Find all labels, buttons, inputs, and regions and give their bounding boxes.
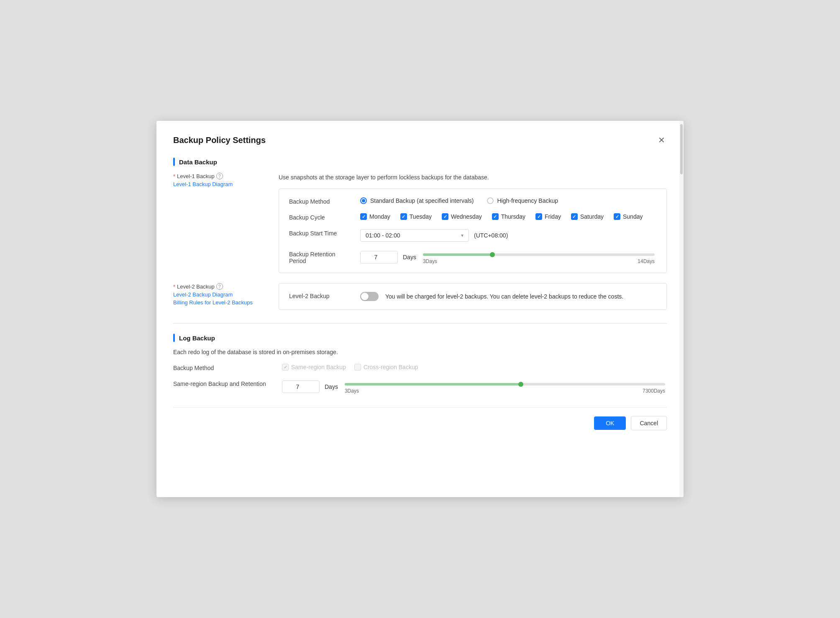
level2-backup-layout: * Level-2 Backup ? Level-2 Backup Diagra… xyxy=(173,283,667,310)
retention-period-control: Days 3Days 14Days xyxy=(360,250,656,264)
monday-label: Monday xyxy=(369,213,390,220)
level2-toggle-desc: You will be charged for level-2 backups.… xyxy=(385,293,656,300)
log-retention-number-input[interactable] xyxy=(282,381,320,393)
friday-label: Friday xyxy=(545,213,561,220)
log-retention-slider-labels: 3Days 7300Days xyxy=(345,388,665,394)
log-retention-control: Days 3Days 7300Days xyxy=(282,380,667,394)
retention-slider-thumb[interactable] xyxy=(490,252,495,257)
ok-button[interactable]: OK xyxy=(594,416,626,430)
high-freq-backup-radio[interactable] xyxy=(487,197,494,204)
same-region-checkbox xyxy=(282,364,289,370)
high-freq-backup-option[interactable]: High-frequency Backup xyxy=(487,197,558,204)
wednesday-checkbox[interactable] xyxy=(442,213,448,220)
standard-backup-option[interactable]: Standard Backup (at specified intervals) xyxy=(360,197,474,204)
backup-start-time-control: 01:00 - 02:00 ▾ (UTC+08:00) xyxy=(360,229,656,242)
cross-region-label: Cross-region Backup xyxy=(364,364,418,370)
level2-toggle-control: You will be charged for level-2 backups.… xyxy=(360,292,656,301)
log-retention-slider-max: 7300Days xyxy=(643,388,665,394)
tuesday-checkbox[interactable] xyxy=(400,213,407,220)
level2-toggle-switch[interactable] xyxy=(360,292,379,301)
same-region-label: Same-region Backup xyxy=(291,364,346,370)
retention-slider-labels: 3Days 14Days xyxy=(423,258,655,264)
high-freq-backup-label: High-frequency Backup xyxy=(497,197,558,204)
data-backup-settings-box: Backup Method Standard Backup (at specif… xyxy=(279,189,667,273)
scrollbar[interactable] xyxy=(679,121,684,497)
level2-diagram-link[interactable]: Level-2 Backup Diagram xyxy=(173,291,265,298)
backup-cycle-label: Backup Cycle xyxy=(289,213,360,221)
checkbox-sunday[interactable]: Sunday xyxy=(614,213,643,220)
section-divider xyxy=(173,323,667,324)
log-retention-slider-thumb[interactable] xyxy=(518,382,523,387)
dialog-title: Backup Policy Settings xyxy=(173,135,266,145)
backup-start-time-row: Backup Start Time 01:00 - 02:00 ▾ (UTC+0… xyxy=(289,229,656,242)
data-backup-title: Data Backup xyxy=(179,158,217,166)
backup-start-time-label: Backup Start Time xyxy=(289,229,360,237)
level2-label-row: * Level-2 Backup ? xyxy=(173,283,265,290)
log-backup-method-control: Same-region Backup Cross-region Backup xyxy=(282,364,667,370)
same-region-checkbox-group: Same-region Backup xyxy=(282,364,346,370)
level2-backup-content: Level-2 Backup You will be charged for l… xyxy=(279,283,667,310)
retention-slider-max: 14Days xyxy=(638,258,655,264)
log-retention-slider-track[interactable] xyxy=(345,383,665,386)
retention-slider-fill xyxy=(423,253,492,256)
close-button[interactable]: ✕ xyxy=(656,134,667,146)
checkbox-friday[interactable]: Friday xyxy=(535,213,561,220)
retention-days-label: Days xyxy=(403,254,416,260)
level2-toggle-row: Level-2 Backup You will be charged for l… xyxy=(289,292,656,301)
log-retention-slider-min: 3Days xyxy=(345,388,359,394)
dropdown-arrow-icon: ▾ xyxy=(461,232,464,238)
level2-settings-box: Level-2 Backup You will be charged for l… xyxy=(279,283,667,310)
standard-backup-radio[interactable] xyxy=(360,197,367,204)
log-retention-days-label: Days xyxy=(325,383,338,390)
timezone-label: (UTC+08:00) xyxy=(474,232,508,239)
monday-checkbox[interactable] xyxy=(360,213,367,220)
sunday-label: Sunday xyxy=(623,213,643,220)
log-section-bar xyxy=(173,334,175,342)
checkbox-wednesday[interactable]: Wednesday xyxy=(442,213,482,220)
sunday-checkbox[interactable] xyxy=(614,213,620,220)
dialog-header: Backup Policy Settings ✕ xyxy=(173,134,667,146)
log-backup-method-label: Backup Method xyxy=(173,364,282,371)
tuesday-label: Tuesday xyxy=(410,213,432,220)
data-backup-section: Data Backup * Level-1 Backup ? Level-1 B… xyxy=(173,158,667,310)
log-backup-title: Log Backup xyxy=(179,335,215,342)
log-backup-description: Each redo log of the database is stored … xyxy=(173,349,667,355)
saturday-label: Saturday xyxy=(580,213,604,220)
level2-help-icon[interactable]: ? xyxy=(216,283,223,290)
section-bar xyxy=(173,158,175,166)
level1-help-icon[interactable]: ? xyxy=(216,173,223,179)
thursday-label: Thursday xyxy=(501,213,525,220)
level2-toggle-track[interactable] xyxy=(360,292,379,301)
checkbox-saturday[interactable]: Saturday xyxy=(571,213,604,220)
backup-policy-dialog: Backup Policy Settings ✕ Data Backup * L… xyxy=(156,121,684,497)
retention-period-label: Backup RetentionPeriod xyxy=(289,250,360,264)
data-backup-description: Use snapshots at the storage layer to pe… xyxy=(279,173,667,182)
checkbox-tuesday[interactable]: Tuesday xyxy=(400,213,432,220)
required-star: * xyxy=(173,173,175,179)
log-retention-slider-fill xyxy=(345,383,521,386)
log-backup-header: Log Backup xyxy=(173,334,667,342)
log-backup-section: Log Backup Each redo log of the database… xyxy=(173,334,667,394)
cancel-button[interactable]: Cancel xyxy=(631,416,667,430)
level1-diagram-link[interactable]: Level-1 Backup Diagram xyxy=(173,181,265,187)
thursday-checkbox[interactable] xyxy=(492,213,499,220)
log-backup-method-row: Backup Method Same-region Backup Cross-r… xyxy=(173,364,667,371)
retention-slider-track[interactable] xyxy=(423,253,655,256)
level2-toggle-thumb xyxy=(361,293,369,300)
time-select-dropdown[interactable]: 01:00 - 02:00 ▾ xyxy=(360,229,469,242)
saturday-checkbox[interactable] xyxy=(571,213,578,220)
scrollbar-thumb[interactable] xyxy=(680,124,683,174)
data-backup-sidebar: * Level-1 Backup ? Level-1 Backup Diagra… xyxy=(173,173,265,273)
data-backup-layout: * Level-1 Backup ? Level-1 Backup Diagra… xyxy=(173,173,667,273)
friday-checkbox[interactable] xyxy=(535,213,542,220)
backup-cycle-checkboxes: Monday Tuesday Wednesday xyxy=(360,213,656,220)
billing-rules-link[interactable]: Billing Rules for Level-2 Backups xyxy=(173,299,265,306)
checkbox-thursday[interactable]: Thursday xyxy=(492,213,525,220)
retention-number-input[interactable] xyxy=(360,251,398,263)
level2-required-star: * xyxy=(173,283,175,290)
data-backup-header: Data Backup xyxy=(173,158,667,166)
level2-backup-sidebar: * Level-2 Backup ? Level-2 Backup Diagra… xyxy=(173,283,265,310)
level1-label-row: * Level-1 Backup ? xyxy=(173,173,265,179)
level2-toggle-label: Level-2 Backup xyxy=(289,292,360,299)
checkbox-monday[interactable]: Monday xyxy=(360,213,390,220)
